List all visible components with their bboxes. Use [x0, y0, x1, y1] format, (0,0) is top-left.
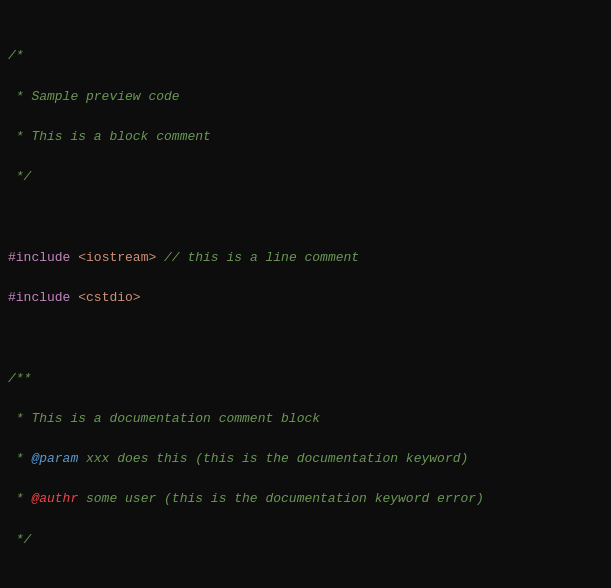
line-8 [8, 328, 603, 348]
line-3: * This is a block comment [8, 127, 603, 147]
line-5 [8, 207, 603, 227]
line-2: * Sample preview code [8, 87, 603, 107]
line-1: /* [8, 46, 603, 66]
line-11: * @param xxx does this (this is the docu… [8, 449, 603, 469]
line-10: * This is a documentation comment block [8, 409, 603, 429]
line-6: #include <iostream> // this is a line co… [8, 248, 603, 268]
code-editor: /* * Sample preview code * This is a blo… [0, 0, 611, 588]
line-14 [8, 570, 603, 588]
line-4: */ [8, 167, 603, 187]
line-13: */ [8, 530, 603, 550]
line-9: /** [8, 369, 603, 389]
line-7: #include <cstdio> [8, 288, 603, 308]
line-12: * @authr some user (this is the document… [8, 489, 603, 509]
